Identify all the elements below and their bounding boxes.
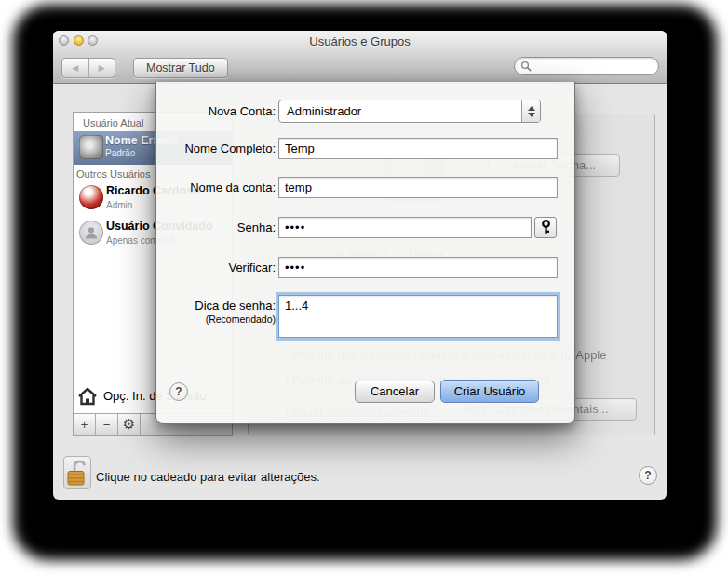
window-title: Usuários e Grupos — [53, 34, 667, 48]
new-account-sheet: Nova Conta: Administrador Nome Completo:… — [155, 82, 575, 424]
section-current-user: Usuário Atual — [83, 117, 143, 128]
user-detail: Padrão — [105, 148, 135, 158]
search-field — [514, 57, 659, 75]
guest-avatar — [79, 221, 103, 245]
nav-back-forward: ◀ ▶ — [61, 58, 115, 78]
new-account-label: Nova Conta: — [156, 104, 276, 118]
show-all-button[interactable]: Mostrar Tudo — [133, 58, 228, 78]
user-avatar — [79, 185, 103, 209]
forward-icon: ▶ — [99, 63, 105, 73]
add-user-button[interactable]: + — [74, 414, 96, 435]
create-user-button[interactable]: Criar Usuário — [440, 380, 539, 403]
titlebar[interactable]: Usuários e Grupos ◀ ▶ Mostrar Tudo — [53, 31, 667, 84]
lock-button[interactable] — [63, 456, 91, 489]
full-name-field[interactable] — [278, 138, 558, 159]
cancel-button[interactable]: Cancelar — [355, 381, 435, 403]
search-icon — [520, 60, 532, 72]
help-button[interactable]: ? — [639, 466, 657, 485]
search-input[interactable] — [534, 60, 651, 73]
back-button[interactable]: ◀ — [62, 59, 89, 77]
gear-icon[interactable]: ⚙ — [118, 414, 141, 435]
user-avatar — [79, 135, 103, 159]
popup-stepper-icon — [521, 100, 540, 122]
home-icon — [76, 385, 99, 408]
user-detail: Admin — [106, 200, 132, 210]
account-name-label: Nome da conta: — [156, 181, 276, 194]
password-hint-field[interactable]: 1...4 — [278, 295, 558, 338]
hint-label: Dica de senha: — [156, 299, 276, 313]
account-name-field[interactable] — [278, 177, 558, 198]
back-icon: ◀ — [72, 63, 78, 73]
verify-label: Verificar: — [156, 261, 276, 274]
verify-field[interactable] — [278, 257, 558, 278]
sheet-help-button[interactable]: ? — [169, 382, 188, 401]
app-window: Usuários e Grupos ◀ ▶ Mostrar Tudo Alter… — [53, 31, 667, 500]
account-type-popup[interactable]: Administrador — [278, 100, 541, 123]
person-icon — [83, 224, 100, 241]
unlocked-padlock-icon — [66, 459, 88, 487]
section-other-users: Outros Usuários — [76, 168, 150, 180]
account-type-value: Administrador — [279, 104, 521, 118]
forward-button[interactable]: ▶ — [89, 59, 115, 77]
lock-hint-text: Clique no cadeado para evitar alterações… — [96, 470, 320, 484]
full-name-label: Nome Completo: — [156, 141, 276, 155]
password-assistant-button[interactable] — [534, 217, 557, 238]
screenshot-canvas: Usuários e Grupos ◀ ▶ Mostrar Tudo Alter… — [0, 0, 728, 575]
password-label: Senha: — [156, 221, 276, 234]
hint-sublabel: (Recomendado) — [156, 314, 276, 325]
remove-user-button[interactable]: − — [96, 414, 118, 435]
key-icon — [540, 220, 552, 235]
password-field[interactable] — [278, 217, 532, 238]
